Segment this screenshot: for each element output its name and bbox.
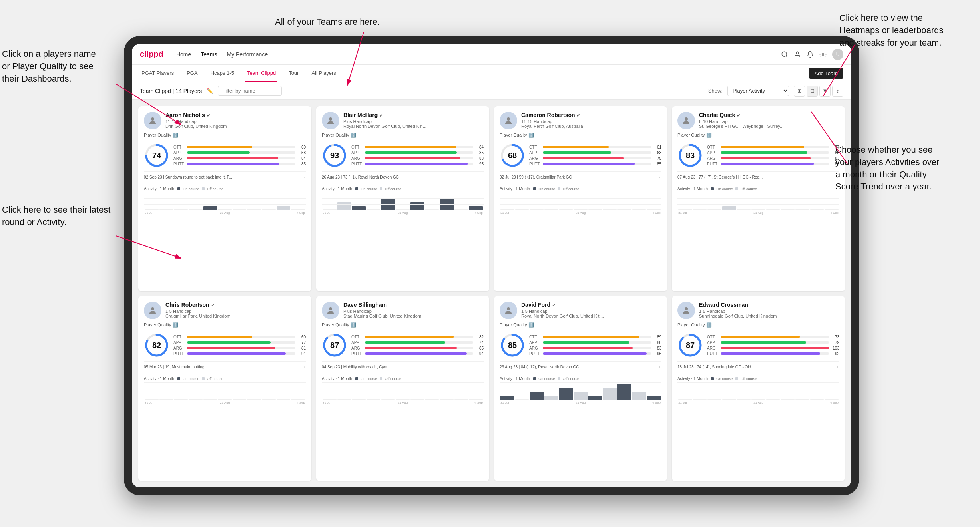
latest-round[interactable]: 26 Aug 23 | 73 (+1), Royal North Devon G… <box>322 171 484 180</box>
mini-chart: 31 Jul 21 Aug 4 Sep <box>500 193 661 215</box>
player-card[interactable]: Aaron Nicholls ✓ 11-15 Handicap Drift Go… <box>138 106 311 291</box>
stat-bar <box>543 157 624 159</box>
score-circle[interactable]: 93 <box>322 143 347 168</box>
stat-bar <box>187 347 275 349</box>
player-card[interactable]: Chris Robertson ✓ 1-5 Handicap Craigmill… <box>138 296 311 481</box>
activity-header: Activity · 1 Month On course Off course <box>322 376 484 381</box>
tab-hcaps[interactable]: Hcaps 1-5 <box>209 65 236 82</box>
latest-round-arrow[interactable]: → <box>835 364 839 370</box>
score-circle[interactable]: 87 <box>322 332 347 358</box>
tab-all-players[interactable]: All Players <box>310 65 337 82</box>
player-info: Edward Crossman 1-5 Handicap Sunningdale… <box>699 302 839 318</box>
chart-label-end: 4 Sep <box>297 211 305 215</box>
stat-bar-container <box>187 146 295 148</box>
gridline <box>500 394 661 394</box>
quality-section[interactable]: 85 OTT 89 APP 80 ARG 83 <box>500 332 661 358</box>
player-name[interactable]: Charlie Quick ✓ <box>699 112 839 118</box>
score-circle[interactable]: 85 <box>500 332 525 358</box>
player-name[interactable]: Chris Robertson ✓ <box>165 302 306 308</box>
latest-round[interactable]: 02 Sep 23 | Sundown round to get back in… <box>144 171 306 180</box>
quality-section[interactable]: 87 OTT 73 APP 79 ARG 103 <box>677 332 839 358</box>
latest-round-arrow[interactable]: → <box>657 364 661 370</box>
latest-round[interactable]: 04 Sep 23 | Mobility with coach, Gym → <box>322 361 484 370</box>
tab-team-clippd[interactable]: Team Clippd <box>245 65 277 82</box>
view-filter-button[interactable]: ▼ <box>819 86 831 97</box>
quality-section[interactable]: 74 OTT 60 APP 58 ARG 84 <box>144 143 306 168</box>
latest-round[interactable]: 07 Aug 23 | 77 (+7), St George's Hill GC… <box>677 171 839 180</box>
score-circle[interactable]: 82 <box>144 332 169 358</box>
player-club: Royal Perth Golf Club, Australia <box>521 124 661 129</box>
score-circle[interactable]: 74 <box>144 143 169 168</box>
nav-teams[interactable]: Teams <box>201 51 217 58</box>
player-card[interactable]: Dave Billingham Plus Handicap Stag Magin… <box>316 296 489 481</box>
player-name[interactable]: Cameron Robertson ✓ <box>521 112 661 118</box>
tab-pgat[interactable]: PGAT Players <box>140 65 175 82</box>
latest-round-arrow[interactable]: → <box>301 364 306 370</box>
stat-bar-container <box>543 336 651 338</box>
add-team-button[interactable]: Add Team <box>809 68 843 79</box>
player-avatar <box>144 112 161 129</box>
activity-header: Activity · 1 Month On course Off course <box>677 376 839 381</box>
bell-icon[interactable] <box>807 51 814 58</box>
player-card[interactable]: Edward Crossman 1-5 Handicap Sunningdale… <box>672 296 845 481</box>
stat-value: 88 <box>476 156 484 161</box>
tab-pga[interactable]: PGA <box>185 65 199 82</box>
score-circle[interactable]: 68 <box>500 143 525 168</box>
quality-section[interactable]: 87 OTT 82 APP 74 ARG 85 <box>322 332 484 358</box>
nav-performance[interactable]: My Performance <box>227 51 268 58</box>
quality-label: Player Quality ℹ️ <box>500 322 661 328</box>
latest-round-arrow[interactable]: → <box>657 174 661 180</box>
nav-home[interactable]: Home <box>176 51 191 58</box>
stat-bar <box>187 352 286 355</box>
score-circle[interactable]: 83 <box>677 143 703 168</box>
show-select[interactable]: Player Activity Quality Score Trend <box>727 86 789 96</box>
gridline <box>322 198 484 199</box>
view-grid2-button[interactable]: ⊞ <box>794 86 805 97</box>
latest-round-arrow[interactable]: → <box>301 174 306 180</box>
player-name[interactable]: Aaron Nicholls ✓ <box>165 112 306 118</box>
edit-icon[interactable]: ✏️ <box>207 88 213 94</box>
search-icon[interactable] <box>781 51 788 58</box>
quality-section[interactable]: 82 OTT 60 APP 77 ARG 81 <box>144 332 306 358</box>
stat-bar <box>721 151 807 154</box>
view-sort-button[interactable]: ↕ <box>832 86 843 97</box>
quality-section[interactable]: 68 OTT 61 APP 63 ARG 75 <box>500 143 661 168</box>
stats-bars: OTT 61 APP 63 ARG 75 PUTT 8 <box>529 145 661 166</box>
latest-round[interactable]: 26 Aug 23 | 84 (+12), Royal North Devon … <box>500 361 661 370</box>
quality-section[interactable]: 93 OTT 84 APP 85 ARG 88 <box>322 143 484 168</box>
stat-bar-container <box>543 151 651 154</box>
player-club: Craigmillar Park, United Kingdom <box>165 314 306 318</box>
player-name[interactable]: Dave Billingham <box>343 302 484 308</box>
player-name[interactable]: Blair McHarg ✓ <box>343 112 484 118</box>
avatar[interactable]: U <box>832 49 843 60</box>
score-circle[interactable]: 87 <box>677 332 703 358</box>
player-name[interactable]: Edward Crossman <box>699 302 839 308</box>
stat-row: PUTT 95 <box>351 162 484 166</box>
player-card[interactable]: Blair McHarg ✓ Plus Handicap Royal North… <box>316 106 489 291</box>
latest-round[interactable]: 05 Mar 23 | 19, Must make putting → <box>144 361 306 370</box>
person-icon[interactable] <box>794 51 801 58</box>
stat-bar <box>365 163 468 165</box>
latest-round[interactable]: 02 Jul 23 | 59 (+17), Craigmillar Park G… <box>500 171 661 180</box>
latest-round-arrow[interactable]: → <box>479 174 484 180</box>
activity-title: Activity · 1 Month <box>144 376 174 381</box>
gridline <box>322 394 484 394</box>
player-name[interactable]: David Ford ✓ <box>521 302 661 308</box>
stat-row: PUTT 92 <box>707 352 839 356</box>
view-grid3-button[interactable]: ⊟ <box>807 86 818 97</box>
player-search-input[interactable] <box>218 86 282 96</box>
player-card[interactable]: David Ford ✓ 1-5 Handicap Royal North De… <box>494 296 667 481</box>
player-card[interactable]: Charlie Quick ✓ 6-10 Handicap St. George… <box>672 106 845 291</box>
player-avatar <box>677 112 695 129</box>
latest-round-arrow[interactable]: → <box>479 364 484 370</box>
latest-round-text: 26 Aug 23 | 84 (+12), Royal North Devon … <box>500 365 579 369</box>
player-card[interactable]: Cameron Robertson ✓ 11-15 Handicap Royal… <box>494 106 667 291</box>
quality-section[interactable]: 83 OTT 77 APP 80 ARG 83 <box>677 143 839 168</box>
latest-round[interactable]: 18 Jul 23 | 74 (+4), Sunningdale GC - Ol… <box>677 361 839 370</box>
settings-icon[interactable] <box>819 51 827 58</box>
player-header: Chris Robertson ✓ 1-5 Handicap Craigmill… <box>144 302 306 319</box>
stat-label: OTT <box>529 335 540 339</box>
tab-tour[interactable]: Tour <box>287 65 300 82</box>
off-course-dot <box>202 187 205 190</box>
team-header: Team Clippd | 14 Players ✏️ Show: Player… <box>132 82 851 100</box>
